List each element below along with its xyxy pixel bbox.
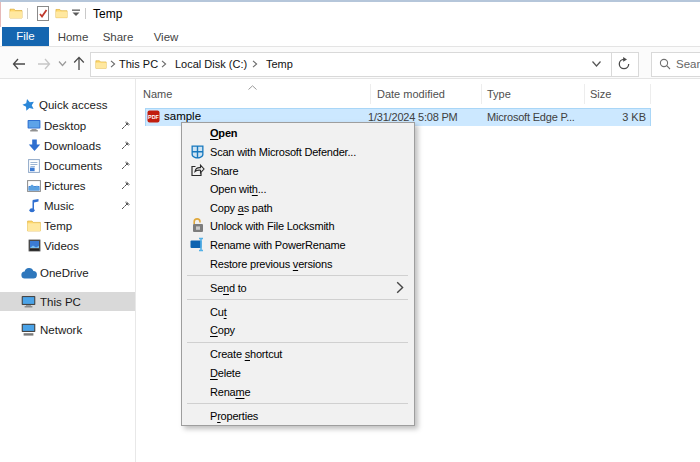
svg-text:PDF: PDF (148, 114, 159, 120)
